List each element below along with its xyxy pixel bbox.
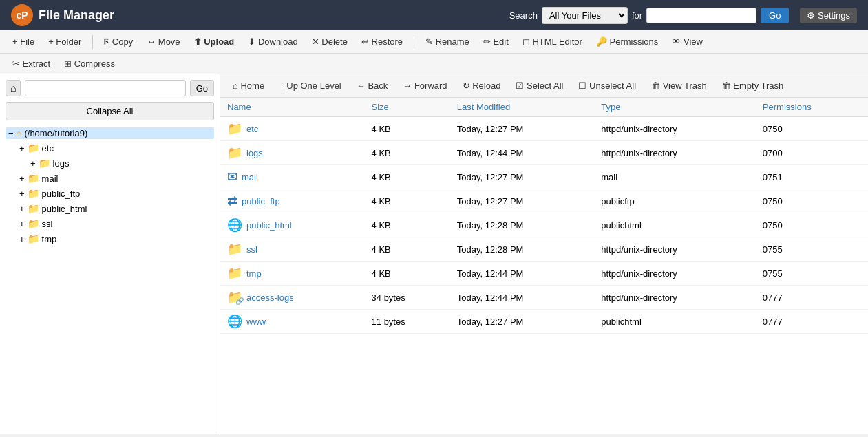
- table-row[interactable]: ✉ mail 4 KB Today, 12:27 PM mail 0751: [220, 165, 868, 189]
- header: cP File Manager Search All Your Files Pu…: [0, 0, 868, 30]
- cell-modified: Today, 12:27 PM: [450, 165, 594, 189]
- file-name-link[interactable]: ssl: [246, 244, 257, 255]
- cell-permissions: 0777: [756, 310, 868, 334]
- file-name-link[interactable]: mail: [242, 172, 258, 182]
- settings-button[interactable]: ⚙ Settings: [800, 8, 857, 23]
- cell-modified: Today, 12:44 PM: [450, 262, 594, 286]
- public-html-expand: +: [19, 204, 25, 214]
- cell-name: ⇄ public_ftp: [220, 189, 365, 213]
- cell-name: 📁 etc: [220, 117, 365, 141]
- cell-size: 34 bytes: [365, 286, 450, 310]
- file-name-link[interactable]: etc: [246, 124, 258, 134]
- rename-button[interactable]: ✎ Rename: [420, 34, 475, 49]
- unselect-all-button[interactable]: ☐ Unselect All: [573, 78, 642, 93]
- cell-modified: Today, 12:27 PM: [450, 310, 594, 334]
- web-special-icon: 🌐: [227, 314, 242, 329]
- compress-button[interactable]: ⊞ Compress: [59, 56, 120, 71]
- col-modified[interactable]: Last Modified: [450, 98, 594, 117]
- table-row[interactable]: 📁 etc 4 KB Today, 12:27 PM httpd/unix-di…: [220, 117, 868, 141]
- restore-button[interactable]: ↩ Restore: [356, 34, 408, 49]
- download-button[interactable]: ⬇ Download: [242, 34, 303, 49]
- sidebar-nav: ⌂ Go: [6, 80, 214, 96]
- file-tree: − ⌂ (/home/tutoria9) + 📁 etc: [6, 126, 214, 246]
- table-row[interactable]: 📁 ssl 4 KB Today, 12:28 PM httpd/unix-di…: [220, 237, 868, 262]
- search-input[interactable]: [646, 8, 756, 23]
- new-file-button[interactable]: + File: [7, 34, 40, 49]
- cell-type: httpd/unix-directory: [594, 286, 756, 310]
- file-name-link[interactable]: public_ftp: [242, 196, 280, 206]
- cell-permissions: 0755: [756, 237, 868, 262]
- cell-name: 📁 tmp: [220, 262, 365, 286]
- upload-button[interactable]: ⬆ Upload: [189, 34, 240, 49]
- tree-item-mail[interactable]: + 📁 mail: [17, 171, 214, 186]
- tree-item-tmp[interactable]: + 📁 tmp: [17, 231, 214, 246]
- move-button[interactable]: ↔ Move: [141, 34, 185, 49]
- up-level-button[interactable]: ↑ Up One Level: [274, 78, 347, 93]
- app-title: File Manager: [39, 8, 114, 23]
- logo-icon: cP: [11, 4, 33, 26]
- view-trash-button[interactable]: 🗑 View Trash: [646, 78, 712, 93]
- special-folder-icon: 📁🔗: [227, 290, 242, 305]
- cell-permissions: 0750: [756, 213, 868, 237]
- reload-button[interactable]: ↻ Reload: [457, 78, 507, 93]
- search-go-button[interactable]: Go: [761, 8, 789, 23]
- cell-size: 4 KB: [365, 141, 450, 165]
- logs-label: logs: [53, 158, 70, 169]
- cell-size: 4 KB: [365, 262, 450, 286]
- file-name-link[interactable]: www: [246, 317, 266, 327]
- path-go-button[interactable]: Go: [190, 80, 214, 96]
- tree-item-public-ftp[interactable]: + 📁 public_ftp: [17, 186, 214, 201]
- cell-type: publichtml: [594, 213, 756, 237]
- back-button[interactable]: ← Back: [351, 78, 394, 93]
- permissions-button[interactable]: 🔑 Permissions: [591, 34, 664, 49]
- tree-item-etc[interactable]: + 📁 etc: [17, 140, 214, 156]
- table-row[interactable]: 📁 tmp 4 KB Today, 12:44 PM httpd/unix-di…: [220, 262, 868, 286]
- cell-name: 📁 ssl: [220, 237, 365, 262]
- extract-button[interactable]: ✂ Extract: [7, 56, 56, 71]
- tree-item-public-html[interactable]: + 📁 public_html: [17, 201, 214, 216]
- html-editor-button[interactable]: ◻ HTML Editor: [517, 34, 588, 49]
- col-permissions[interactable]: Permissions: [756, 98, 868, 117]
- col-size[interactable]: Size: [365, 98, 450, 117]
- cell-permissions: 0750: [756, 189, 868, 213]
- table-row[interactable]: 📁 logs 4 KB Today, 12:44 PM httpd/unix-d…: [220, 141, 868, 165]
- col-name[interactable]: Name: [220, 98, 365, 117]
- collapse-all-button[interactable]: Collapse All: [6, 102, 214, 120]
- sidebar-home-button[interactable]: ⌂: [6, 80, 21, 96]
- col-type[interactable]: Type: [594, 98, 756, 117]
- view-button[interactable]: 👁 View: [666, 34, 708, 49]
- home-icon: ⌂: [17, 128, 22, 138]
- table-row[interactable]: 📁🔗 access-logs 34 bytes Today, 12:44 PM …: [220, 286, 868, 310]
- tree-root[interactable]: − ⌂ (/home/tutoria9): [6, 126, 214, 140]
- file-name-link[interactable]: logs: [246, 148, 263, 158]
- empty-trash-button[interactable]: 🗑 Empty Trash: [717, 78, 790, 93]
- mail-label: mail: [42, 173, 59, 184]
- select-all-button[interactable]: ☑ Select All: [510, 78, 569, 93]
- edit-button[interactable]: ✏ Edit: [478, 34, 514, 49]
- sep2: [414, 35, 414, 49]
- cell-type: httpd/unix-directory: [594, 237, 756, 262]
- tmp-expand: +: [19, 234, 25, 244]
- file-name-link[interactable]: public_html: [246, 220, 292, 231]
- cell-permissions: 0777: [756, 286, 868, 310]
- file-name-link[interactable]: tmp: [246, 268, 262, 279]
- cell-size: 4 KB: [365, 117, 450, 141]
- tree-item-logs[interactable]: + 📁 logs: [28, 156, 214, 171]
- new-folder-button[interactable]: + Folder: [43, 34, 87, 49]
- forward-button[interactable]: → Forward: [397, 78, 452, 93]
- cell-modified: Today, 12:27 PM: [450, 189, 594, 213]
- search-scope-select[interactable]: All Your Files Public HTML Home Director…: [542, 7, 628, 24]
- home-nav-button[interactable]: ⌂ Home: [227, 78, 270, 93]
- root-label: (/home/tutoria9): [24, 128, 87, 138]
- cell-size: 11 bytes: [365, 310, 450, 334]
- delete-button[interactable]: ✕ Delete: [306, 34, 353, 49]
- folder-icon: 📁: [227, 266, 242, 281]
- table-row[interactable]: 🌐 public_html 4 KB Today, 12:28 PM publi…: [220, 213, 868, 237]
- toolbar-row2: ✂ Extract ⊞ Compress: [0, 54, 868, 74]
- file-name-link[interactable]: access-logs: [246, 292, 294, 303]
- copy-button[interactable]: ⎘ Copy: [98, 34, 138, 49]
- tree-item-ssl[interactable]: + 📁 ssl: [17, 216, 214, 231]
- path-input[interactable]: [25, 80, 185, 96]
- table-row[interactable]: 🌐 www 11 bytes Today, 12:27 PM publichtm…: [220, 310, 868, 334]
- table-row[interactable]: ⇄ public_ftp 4 KB Today, 12:27 PM public…: [220, 189, 868, 213]
